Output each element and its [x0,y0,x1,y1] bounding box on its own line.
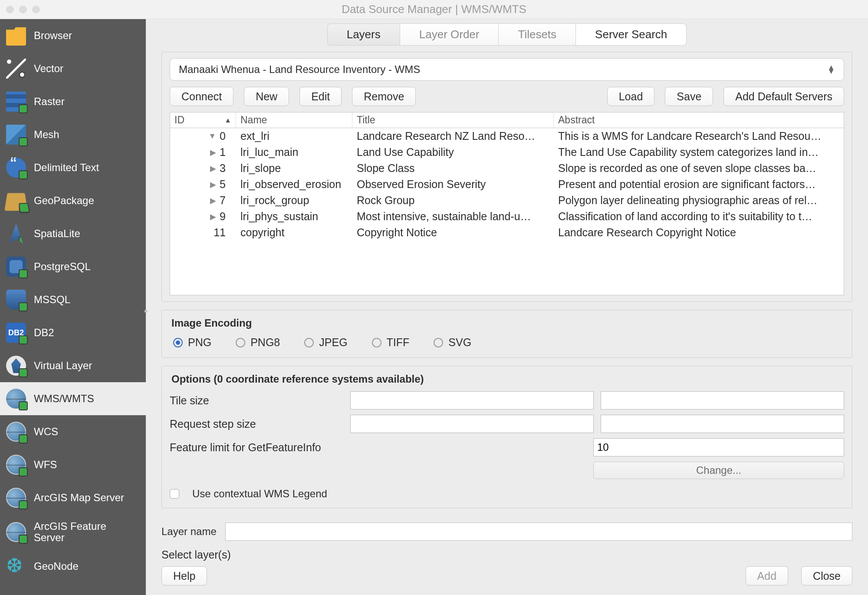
dialog-bottom: Layer name Select layer(s) Help Add Clos… [146,522,868,595]
window-close-icon[interactable] [6,6,14,13]
sidebar-item-label: Raster [34,96,65,108]
radio-jpeg[interactable]: JPEG [304,336,347,349]
tile-size-width-input[interactable] [350,391,594,410]
table-row[interactable]: 11copyrightCopyright NoticeLandcare Rese… [170,225,844,241]
row-title: Landcare Research NZ Land Reso… [357,130,535,142]
sidebar-item-wcs[interactable]: WCS [0,415,146,448]
sidebar-item-geonode[interactable]: GeoNode [0,550,146,583]
delimited-text-icon [6,158,26,178]
disclose-icon[interactable]: ▶ [210,196,216,205]
request-step-x-input[interactable] [350,415,594,433]
radio-svg[interactable]: SVG [434,336,471,349]
disclose-icon[interactable]: ▶ [210,212,216,221]
row-abstract: The Land Use Capability system categoriz… [558,146,819,158]
help-button[interactable]: Help [161,566,207,585]
column-abstract[interactable]: Abstract [554,112,844,128]
load-button[interactable]: Load [607,87,655,106]
column-title[interactable]: Title [352,112,554,128]
source-type-sidebar: Browser Vector Raster Mesh Delimited Tex… [0,19,146,595]
tab-layers[interactable]: Layers [327,23,400,46]
layer-table-header[interactable]: ID▲ Name Title Abstract [170,112,844,128]
row-title: Observed Erosion Severity [357,178,486,190]
table-row[interactable]: ▶1lri_luc_mainLand Use CapabilityThe Lan… [170,144,844,160]
sidebar-item-label: WFS [34,459,57,471]
row-name: copyright [240,226,284,238]
sidebar-drag-handle[interactable] [144,302,148,320]
radio-png[interactable]: PNG [173,336,211,349]
sidebar-item-label: WMS/WMTS [34,393,94,405]
window-minimize-icon[interactable] [19,6,27,13]
sidebar-item-label: GeoPackage [34,195,94,207]
tile-size-height-input[interactable] [601,391,844,410]
sidebar-item-arcgis-map[interactable]: ArcGIS Map Server [0,481,146,514]
sidebar-item-wfs[interactable]: WFS [0,448,146,481]
add-default-servers-button[interactable]: Add Default Servers [723,87,844,106]
table-row[interactable]: ▼0ext_lriLandcare Research NZ Land Reso…… [170,128,844,144]
radio-tiff[interactable]: TIFF [372,336,410,349]
radio-icon [304,338,314,347]
server-combobox[interactable]: Manaaki Whenua - Land Resource Inventory… [170,58,844,81]
sidebar-item-mesh[interactable]: Mesh [0,118,146,151]
row-abstract: Slope is recorded as one of seven slope … [558,162,816,174]
connection-panel: Manaaki Whenua - Land Resource Inventory… [161,52,852,302]
sidebar-item-label: SpatiaLite [34,228,80,240]
edit-button[interactable]: Edit [299,87,342,106]
chevrons-icon: ▲▼ [827,66,835,73]
row-id: 5 [220,178,226,191]
sidebar-item-arcgis-feature[interactable]: ArcGIS Feature Server [0,514,146,550]
vector-icon [6,59,26,79]
sidebar-item-geopackage[interactable]: GeoPackage [0,184,146,217]
remove-button[interactable]: Remove [352,87,416,106]
sidebar-item-spatialite[interactable]: SpatiaLite [0,217,146,250]
window-zoom-icon[interactable] [32,6,40,13]
change-crs-button[interactable]: Change... [593,462,844,479]
sidebar-item-label: ArcGIS Map Server [34,492,124,504]
sidebar-item-postgresql[interactable]: PostgreSQL [0,250,146,283]
tab-tilesets[interactable]: Tilesets [499,23,576,46]
save-button[interactable]: Save [665,87,713,106]
sidebar-item-label: Mesh [34,129,59,141]
table-row[interactable]: ▶5lri_observed_erosionObserved Erosion S… [170,176,844,192]
sidebar-item-db2[interactable]: DB2DB2 [0,316,146,349]
disclose-icon[interactable]: ▶ [210,148,216,157]
virtual-layer-icon [6,356,26,376]
feature-limit-input[interactable] [593,438,844,456]
sidebar-item-wms-wmts[interactable]: WMS/WMTS [0,382,146,415]
radio-png8[interactable]: PNG8 [236,336,280,349]
new-button[interactable]: New [244,87,289,106]
postgresql-icon [6,257,26,277]
close-button[interactable]: Close [801,566,852,585]
options-title: Options (0 coordinate reference systems … [171,373,844,385]
add-button[interactable]: Add [746,566,788,585]
image-encoding-panel: Image Encoding PNG PNG8 JPEG TIFF SVG [161,310,852,358]
disclose-icon[interactable]: ▶ [210,164,216,173]
tab-layer-order[interactable]: Layer Order [400,23,499,46]
layer-name-input[interactable] [225,522,852,541]
radio-icon [372,338,381,347]
table-row[interactable]: ▶9lri_phys_sustainMost intensive, sustai… [170,208,844,225]
connect-button[interactable]: Connect [170,87,233,106]
table-row[interactable]: ▶7lri_rock_groupRock GroupPolygon layer … [170,192,844,208]
sidebar-item-raster[interactable]: Raster [0,85,146,118]
sidebar-item-browser[interactable]: Browser [0,19,146,52]
layer-name-label: Layer name [161,526,217,538]
layer-table[interactable]: ID▲ Name Title Abstract ▼0ext_lriLandcar… [170,112,844,295]
use-contextual-checkbox[interactable] [170,489,179,499]
sidebar-item-vector[interactable]: Vector [0,52,146,85]
window-controls[interactable] [6,6,40,13]
column-id[interactable]: ID▲ [170,112,236,128]
disclose-icon[interactable]: ▶ [210,180,216,189]
sidebar-item-label: WCS [34,426,58,438]
options-panel: Options (0 coordinate reference systems … [161,366,852,508]
sidebar-item-label: ArcGIS Feature Server [34,521,129,544]
request-step-y-input[interactable] [601,415,844,433]
disclose-icon[interactable]: ▼ [208,132,216,141]
sidebar-item-virtual-layer[interactable]: Virtual Layer [0,349,146,382]
sidebar-item-delimited-text[interactable]: Delimited Text [0,151,146,184]
tab-server-search[interactable]: Server Search [576,23,687,46]
wcs-globe-icon [6,422,26,442]
table-row[interactable]: ▶3lri_slopeSlope ClassSlope is recorded … [170,160,844,176]
radio-icon [173,338,183,347]
column-name[interactable]: Name [236,112,352,128]
sidebar-item-mssql[interactable]: MSSQL [0,283,146,316]
